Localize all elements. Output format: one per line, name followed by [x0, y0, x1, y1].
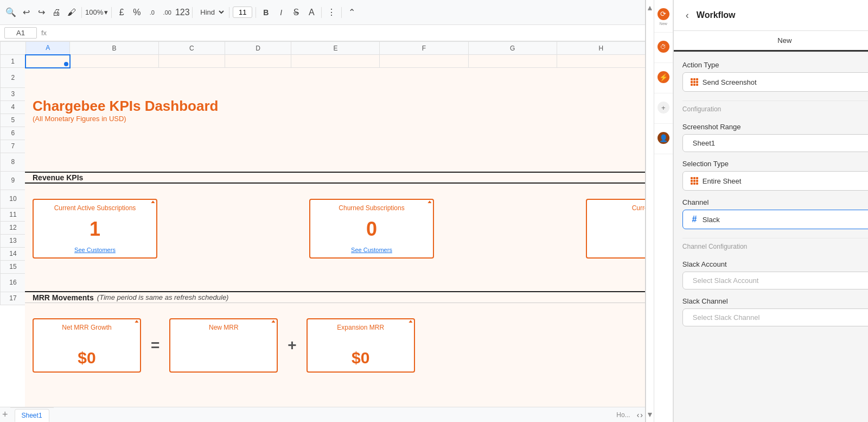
strikethrough-button[interactable]: S̶: [290, 6, 303, 19]
cell-A1[interactable]: [25, 55, 70, 68]
formula-input[interactable]: [51, 29, 641, 37]
scroll-down-icon[interactable]: ▼: [646, 410, 654, 419]
side-icon-new[interactable]: ⟳ New: [654, 2, 673, 33]
dashboard-subtitle: (All Monetary Figures in USD): [29, 90, 123, 98]
row-header-6[interactable]: 6: [1, 127, 26, 140]
sep1: [81, 7, 82, 18]
row-header-12[interactable]: 12: [1, 221, 26, 234]
cell-C1[interactable]: [158, 55, 225, 68]
net-mrr-value: $0: [78, 349, 95, 367]
screenshot-range-select[interactable]: Sheet1 ▾: [682, 134, 868, 152]
cell-row17[interactable]: [25, 292, 645, 305]
col-header-C[interactable]: C: [158, 42, 225, 55]
sheet-tab-bar: + Sheet1 Ho... ‹ ›: [0, 407, 645, 422]
channel-group: Channel # Slack ▾: [682, 198, 868, 229]
action-type-select[interactable]: Send Screenshot ▾: [682, 72, 868, 92]
row-header-16[interactable]: 16: [1, 273, 26, 292]
row-header-13[interactable]: 13: [1, 234, 26, 247]
panel-tab-new[interactable]: New: [674, 31, 868, 52]
row-header-5[interactable]: 5: [1, 114, 26, 127]
expansion-mrr-value: $0: [352, 349, 369, 367]
selection-type-label: Selection Type: [682, 160, 868, 168]
cell-G1[interactable]: [468, 55, 557, 68]
row-header-3[interactable]: 3: [1, 87, 26, 100]
zoom-control[interactable]: 100% ▾: [85, 8, 108, 16]
slack-account-select[interactable]: Select Slack Account ▾: [682, 272, 868, 289]
row-header-11[interactable]: 11: [1, 208, 26, 221]
italic-button[interactable]: I: [275, 6, 288, 19]
font-size-input[interactable]: [233, 7, 252, 18]
cell-E1[interactable]: [291, 55, 380, 68]
channel-select[interactable]: # Slack ▾: [682, 210, 868, 229]
font-selector[interactable]: Hind: [196, 7, 226, 18]
print-icon[interactable]: 🖨: [50, 6, 63, 19]
row-header-17[interactable]: 17: [1, 292, 26, 305]
row-header-1[interactable]: 1: [1, 55, 26, 68]
collapse-icon[interactable]: ⌃: [345, 6, 358, 19]
col-header-F[interactable]: F: [380, 42, 468, 55]
search-icon[interactable]: 🔍: [4, 6, 17, 19]
scroll-left-icon[interactable]: ‹: [637, 411, 640, 419]
bold-button[interactable]: B: [259, 6, 272, 19]
side-icon-user[interactable]: 👤: [654, 124, 673, 154]
cell-H1[interactable]: [557, 55, 645, 68]
undo-icon[interactable]: ↩: [20, 6, 33, 19]
row-header-10[interactable]: 10: [1, 190, 26, 208]
row-header-8[interactable]: 8: [1, 153, 26, 171]
slack-channel-select[interactable]: Select Slack Channel ▾: [682, 308, 868, 326]
cell-row4[interactable]: [25, 100, 645, 114]
text-color-button[interactable]: A: [305, 6, 318, 19]
col-header-E[interactable]: E: [291, 42, 380, 55]
currency-icon[interactable]: £: [115, 6, 128, 19]
cell-reference-input[interactable]: [4, 27, 37, 39]
cell-row15[interactable]: [25, 260, 645, 273]
selection-type-select[interactable]: Entire Sheet ▾: [682, 171, 868, 191]
decimal-plus-icon[interactable]: .00: [161, 6, 174, 19]
action-type-value: Send Screenshot: [699, 78, 868, 86]
row-header-15[interactable]: 15: [1, 260, 26, 273]
decimal-minus-icon[interactable]: .0: [145, 6, 158, 19]
cell-subtitle-row: (All Monetary Figures in USD): [25, 87, 645, 100]
cell-B1[interactable]: [70, 55, 158, 68]
row-header-4[interactable]: 4: [1, 100, 26, 114]
col-header-G[interactable]: G: [468, 42, 557, 55]
sheet-tab-sheet1[interactable]: Sheet1: [15, 409, 49, 422]
slack-account-placeholder: Select Slack Account: [690, 276, 868, 285]
screenshot-range-value: Sheet1: [690, 139, 868, 147]
paint-format-icon[interactable]: 🖌: [65, 6, 78, 19]
row-header-2[interactable]: 2: [1, 68, 26, 88]
churned-sub-link[interactable]: See Customers: [351, 247, 392, 253]
panel-header: ‹ Workflow ? Help: [674, 0, 868, 31]
scroll-nav[interactable]: ‹ ›: [635, 411, 645, 419]
cell-D1[interactable]: [225, 55, 291, 68]
add-sheet-button[interactable]: +: [0, 409, 10, 420]
scroll-up-icon[interactable]: ▲: [646, 3, 654, 12]
config-section-label: Configuration: [682, 100, 868, 115]
redo-icon[interactable]: ↪: [35, 6, 48, 19]
side-icon-add[interactable]: +: [654, 93, 673, 124]
channel-label: Channel: [682, 198, 868, 206]
sheet-area[interactable]: A B C D E F G H 1: [0, 41, 645, 407]
screenshot-range-group: Screenshot Range Sheet1 ▾: [682, 123, 868, 152]
cell-F1[interactable]: [380, 55, 468, 68]
col-header-H[interactable]: H: [557, 42, 645, 55]
col-header-B[interactable]: B: [70, 42, 158, 55]
cell-row7[interactable]: [25, 140, 645, 153]
panel-back-button[interactable]: ‹: [682, 9, 692, 22]
scroll-right-icon[interactable]: ›: [640, 411, 643, 419]
cell-row6[interactable]: [25, 127, 645, 140]
col-header-A[interactable]: A: [25, 42, 70, 55]
bolt-icon: ⚡: [658, 71, 669, 83]
side-icon-clock[interactable]: ⏱: [654, 33, 673, 63]
more-options-icon[interactable]: ⋮: [325, 6, 338, 19]
active-sub-link[interactable]: See Customers: [74, 247, 116, 253]
action-type-label: Action Type: [682, 61, 868, 69]
mrr-cards-row: Net MRR Growth $0 = New MRR + Expansion …: [33, 318, 415, 373]
number-format-icon[interactable]: 123: [176, 6, 189, 19]
row-header-14[interactable]: 14: [1, 247, 26, 260]
side-icon-bolt[interactable]: ⚡: [654, 63, 673, 93]
row-header-9[interactable]: 9: [1, 171, 26, 190]
percent-icon[interactable]: %: [130, 6, 143, 19]
col-header-D[interactable]: D: [225, 42, 291, 55]
row-header-7[interactable]: 7: [1, 140, 26, 153]
